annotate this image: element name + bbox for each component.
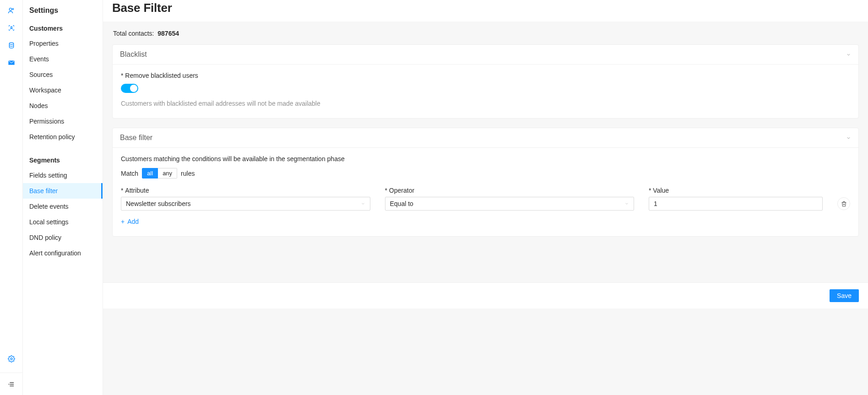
- basefilter-panel: Base filter Customers matching the condi…: [112, 128, 859, 237]
- sidebar-item[interactable]: Base filter: [23, 183, 103, 199]
- svg-point-1: [12, 8, 14, 10]
- match-label-post: rules: [181, 170, 195, 177]
- operator-label: Operator: [385, 187, 635, 194]
- sidebar-item[interactable]: Retention policy: [23, 129, 103, 145]
- match-radio-group: allany: [142, 168, 177, 179]
- basefilter-description: Customers matching the conditions will b…: [121, 155, 850, 162]
- svg-point-4: [11, 358, 12, 360]
- add-label: Add: [127, 218, 139, 225]
- delete-rule-button[interactable]: [837, 197, 850, 210]
- mail-icon[interactable]: [7, 59, 16, 67]
- page-title: Base Filter: [112, 1, 859, 15]
- svg-point-2: [11, 27, 12, 28]
- add-rule-button[interactable]: + Add: [121, 218, 139, 225]
- sidebar-section-label: Segments: [23, 153, 103, 168]
- users-icon[interactable]: [7, 6, 16, 15]
- save-button[interactable]: Save: [830, 289, 859, 302]
- caret-down-icon: [361, 201, 365, 206]
- chevron-down-icon: [846, 135, 851, 141]
- match-label-pre: Match: [121, 170, 138, 177]
- remove-blacklisted-label: Remove blacklisted users: [121, 72, 850, 79]
- sidebar-item[interactable]: Workspace: [23, 82, 103, 98]
- total-contacts-value: 987654: [157, 30, 179, 37]
- basefilter-panel-title: Base filter: [120, 134, 152, 142]
- basefilter-panel-header[interactable]: Base filter: [113, 128, 858, 148]
- svg-point-0: [9, 8, 11, 11]
- sidebar-section-label: Customers: [23, 21, 103, 36]
- remove-blacklisted-toggle[interactable]: [121, 84, 138, 93]
- total-contacts-label: Total contacts:: [113, 30, 154, 37]
- person-scan-icon[interactable]: [7, 24, 16, 32]
- plus-icon: +: [121, 218, 125, 225]
- sidebar-item[interactable]: Nodes: [23, 98, 103, 114]
- main-area: Base Filter Total contacts: 987654 Black…: [103, 0, 868, 395]
- gear-icon[interactable]: [7, 355, 16, 363]
- blacklist-panel: Blacklist Remove blacklisted users Custo…: [112, 44, 859, 119]
- match-option-all[interactable]: all: [142, 168, 158, 179]
- settings-sidebar: Settings CustomersPropertiesEventsSource…: [23, 0, 103, 395]
- collapse-menu-icon[interactable]: [7, 380, 16, 388]
- blacklist-help-text: Customers with blacklisted email address…: [121, 100, 850, 107]
- trash-icon: [841, 201, 847, 207]
- svg-point-3: [9, 43, 13, 44]
- sidebar-title: Settings: [23, 5, 103, 21]
- blacklist-panel-title: Blacklist: [120, 50, 147, 59]
- sidebar-item[interactable]: Properties: [23, 36, 103, 51]
- attribute-select[interactable]: Newsletter subscribers: [121, 197, 370, 211]
- total-contacts-line: Total contacts: 987654: [113, 30, 859, 37]
- value-label: Value: [649, 187, 823, 194]
- match-option-any[interactable]: any: [158, 168, 177, 179]
- sidebar-item[interactable]: Permissions: [23, 114, 103, 129]
- sidebar-item[interactable]: DND policy: [23, 230, 103, 245]
- sidebar-item[interactable]: Local settings: [23, 214, 103, 230]
- blacklist-panel-header[interactable]: Blacklist: [113, 45, 858, 65]
- sidebar-item[interactable]: Events: [23, 51, 103, 67]
- caret-down-icon: [624, 201, 629, 206]
- sidebar-item[interactable]: Alert configuration: [23, 245, 103, 261]
- chevron-down-icon: [846, 52, 851, 57]
- value-input[interactable]: [649, 197, 823, 211]
- sidebar-item[interactable]: Fields setting: [23, 168, 103, 183]
- operator-value: Equal to: [390, 200, 413, 207]
- icon-rail: [0, 0, 23, 395]
- sidebar-item[interactable]: Delete events: [23, 199, 103, 214]
- database-icon[interactable]: [7, 41, 16, 49]
- attribute-label: Attribute: [121, 187, 370, 194]
- attribute-value: Newsletter subscribers: [126, 200, 191, 207]
- operator-select[interactable]: Equal to: [385, 197, 635, 211]
- sidebar-item[interactable]: Sources: [23, 67, 103, 82]
